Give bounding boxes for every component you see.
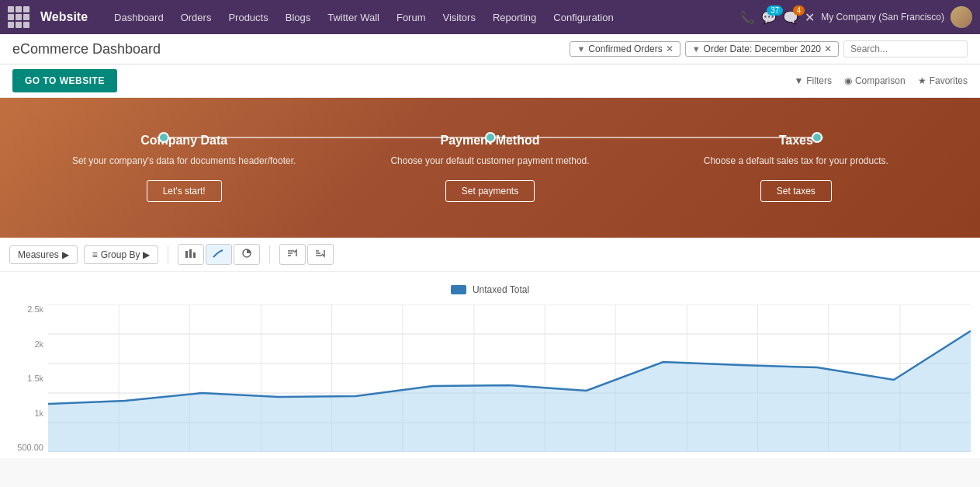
groupby-label: Group By <box>101 249 140 260</box>
filter-confirmed-orders[interactable]: ▼ Confirmed Orders ✕ <box>570 41 680 57</box>
bar-chart-icon <box>185 248 197 259</box>
search-input[interactable] <box>843 40 968 57</box>
filters-button[interactable]: ▼ Filters <box>794 75 832 86</box>
app-logo: Website <box>40 10 88 24</box>
groupby-arrow-icon: ▶ <box>143 249 150 260</box>
y-label-2000: 2k <box>9 339 43 349</box>
banner-step-2: Payment Method Choose your default custo… <box>337 134 642 202</box>
step-1-desc: Set your company's data for documents he… <box>31 154 337 168</box>
sort-desc-icon <box>314 248 327 259</box>
line-chart-icon <box>213 248 225 259</box>
nav-products[interactable]: Products <box>220 9 275 26</box>
nav-twitter-wall[interactable]: Twitter Wall <box>320 9 387 26</box>
favorites-button[interactable]: ★ Favorites <box>918 75 968 86</box>
comparison-icon: ◉ <box>844 75 852 86</box>
avatar[interactable] <box>951 6 972 28</box>
y-label-1000: 1k <box>9 409 43 418</box>
step-2-desc: Choose your default customer payment met… <box>337 154 642 168</box>
bar-chart-button[interactable] <box>178 244 204 265</box>
sort-asc-button[interactable] <box>279 244 306 265</box>
step-2-dot <box>485 132 496 143</box>
step-1-button[interactable]: Let's start! <box>147 180 222 202</box>
banner-step-1: Company Data Set your company's data for… <box>31 134 337 202</box>
toolbar-separator-2 <box>269 245 270 264</box>
sort-asc-icon <box>286 248 299 259</box>
chart-area-fill <box>48 331 971 452</box>
subheader: eCommerce Dashboard ▼ Confirmed Orders ✕… <box>0 34 980 64</box>
legend-label: Untaxed Total <box>473 284 529 295</box>
y-label-2500: 2.5k <box>9 304 43 314</box>
filter-area: ▼ Confirmed Orders ✕ ▼ Order Date: Decem… <box>161 40 968 57</box>
go-to-website-button[interactable]: GO TO WEBSITE <box>12 69 117 92</box>
filter-funnel-icon: ▼ <box>794 75 803 86</box>
filters-label: Filters <box>806 75 832 86</box>
step-3-button[interactable]: Set taxes <box>760 180 832 202</box>
filter-buttons: ▼ Filters ◉ Comparison ★ Favorites <box>794 75 968 86</box>
messages-badge: 37 <box>767 5 783 16</box>
comparison-button[interactable]: ◉ Comparison <box>844 75 906 86</box>
y-label-500: 500.00 <box>9 443 43 452</box>
star-icon: ★ <box>918 75 926 86</box>
nav-right-area: 📞 💬 37 🗨️ 4 ✕ My Company (San Francisco) <box>739 6 972 28</box>
svg-rect-2 <box>193 252 196 258</box>
filter-close-2[interactable]: ✕ <box>824 43 832 54</box>
progress-dots <box>0 132 980 143</box>
nav-reporting[interactable]: Reporting <box>485 9 544 26</box>
banner-step-3: Taxes Choose a default sales tax for you… <box>643 134 949 202</box>
nav-menu: Dashboard Orders Products Blogs Twitter … <box>106 9 736 26</box>
sort-desc-button[interactable] <box>307 244 334 265</box>
funnel-icon-2: ▼ <box>692 44 701 54</box>
nav-forum[interactable]: Forum <box>389 9 434 26</box>
nav-orders[interactable]: Orders <box>173 9 220 26</box>
banner-steps: Company Data Set your company's data for… <box>31 134 949 202</box>
apps-menu-button[interactable] <box>8 6 29 28</box>
chart-area: Untaxed Total 2.5k 2k 1.5k 1k 500.00 <box>0 272 980 458</box>
groupby-button[interactable]: ≡ Group By ▶ <box>84 245 159 264</box>
step-3-desc: Choose a default sales tax for your prod… <box>643 154 949 168</box>
filter-label-2: Order Date: December 2020 <box>704 43 821 54</box>
pie-chart-icon <box>241 248 253 259</box>
actions-bar: GO TO WEBSITE ▼ Filters ◉ Comparison ★ F… <box>0 64 980 98</box>
measures-arrow-icon: ▶ <box>62 249 69 260</box>
chart-type-buttons <box>178 244 260 265</box>
company-name[interactable]: My Company (San Francisco) <box>821 12 944 23</box>
messages-icon[interactable]: 💬 37 <box>761 10 777 25</box>
line-chart-svg <box>48 304 971 452</box>
filter-order-date[interactable]: ▼ Order Date: December 2020 ✕ <box>685 41 839 57</box>
measures-button[interactable]: Measures ▶ <box>9 245 78 264</box>
setup-banner: Company Data Set your company's data for… <box>0 98 980 238</box>
comparison-label: Comparison <box>855 75 906 86</box>
pie-chart-button[interactable] <box>234 244 260 265</box>
step-1-dot <box>158 132 169 143</box>
nav-dashboard[interactable]: Dashboard <box>106 9 171 26</box>
legend-color-box <box>451 285 466 294</box>
chat-icon[interactable]: 🗨️ 4 <box>783 10 798 25</box>
chart-toolbar: Measures ▶ ≡ Group By ▶ <box>0 238 980 272</box>
nav-configuration[interactable]: Configuration <box>545 9 621 26</box>
wrench-icon[interactable]: ✕ <box>805 10 815 25</box>
chart-legend: Untaxed Total <box>9 284 971 295</box>
line-chart-button[interactable] <box>206 244 232 265</box>
nav-visitors[interactable]: Visitors <box>435 9 483 26</box>
funnel-icon-1: ▼ <box>577 44 585 54</box>
measures-label: Measures <box>18 249 59 260</box>
groupby-icon: ≡ <box>92 249 98 260</box>
step-2-button[interactable]: Set payments <box>445 180 535 202</box>
favorites-label: Favorites <box>930 75 968 86</box>
toolbar-separator-1 <box>168 245 168 264</box>
sort-buttons <box>279 244 334 265</box>
phone-icon[interactable]: 📞 <box>739 10 755 25</box>
top-navigation: Website Dashboard Orders Products Blogs … <box>0 0 980 34</box>
filter-close-1[interactable]: ✕ <box>666 43 674 54</box>
nav-blogs[interactable]: Blogs <box>278 9 319 26</box>
filter-label-1: Confirmed Orders <box>588 43 662 54</box>
page-title: eCommerce Dashboard <box>12 41 161 57</box>
chat-badge: 4 <box>793 5 805 16</box>
step-3-dot <box>812 132 822 143</box>
y-label-1500: 1.5k <box>9 374 43 383</box>
svg-rect-1 <box>189 249 192 258</box>
svg-rect-0 <box>185 251 188 258</box>
